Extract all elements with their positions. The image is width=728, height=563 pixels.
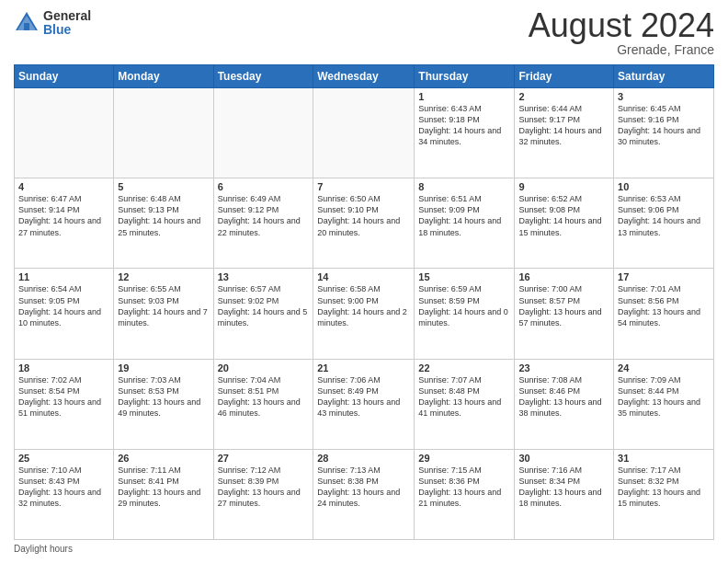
day-number: 2 bbox=[518, 91, 609, 102]
day-info: Sunrise: 7:15 AM Sunset: 8:36 PM Dayligh… bbox=[418, 465, 510, 510]
day-number: 27 bbox=[218, 453, 310, 464]
day-info: Sunrise: 6:59 AM Sunset: 8:59 PM Dayligh… bbox=[418, 283, 510, 328]
day-number: 26 bbox=[118, 453, 209, 464]
table-row: 23Sunrise: 7:08 AM Sunset: 8:46 PM Dayli… bbox=[515, 359, 614, 449]
table-row bbox=[114, 88, 213, 178]
day-info: Sunrise: 7:13 AM Sunset: 8:38 PM Dayligh… bbox=[317, 465, 410, 510]
table-row: 3Sunrise: 6:45 AM Sunset: 9:16 PM Daylig… bbox=[614, 88, 714, 178]
day-number: 30 bbox=[518, 453, 609, 464]
day-info: Sunrise: 7:01 AM Sunset: 8:56 PM Dayligh… bbox=[618, 283, 710, 328]
day-info: Sunrise: 7:02 AM Sunset: 8:54 PM Dayligh… bbox=[18, 374, 109, 419]
day-number: 4 bbox=[18, 181, 109, 192]
day-number: 29 bbox=[418, 453, 510, 464]
logo: General Blue bbox=[14, 9, 91, 38]
table-row: 9Sunrise: 6:52 AM Sunset: 9:08 PM Daylig… bbox=[515, 178, 614, 269]
day-info: Sunrise: 7:17 AM Sunset: 8:32 PM Dayligh… bbox=[618, 465, 710, 510]
table-row: 11Sunrise: 6:54 AM Sunset: 9:05 PM Dayli… bbox=[15, 269, 114, 359]
calendar-week-row: 25Sunrise: 7:10 AM Sunset: 8:43 PM Dayli… bbox=[15, 449, 714, 539]
day-info: Sunrise: 6:52 AM Sunset: 9:08 PM Dayligh… bbox=[518, 193, 609, 238]
table-row: 24Sunrise: 7:09 AM Sunset: 8:44 PM Dayli… bbox=[614, 359, 714, 449]
day-number: 24 bbox=[618, 362, 710, 373]
day-info: Sunrise: 6:49 AM Sunset: 9:12 PM Dayligh… bbox=[218, 193, 310, 238]
day-number: 17 bbox=[618, 271, 710, 282]
day-number: 31 bbox=[618, 453, 710, 464]
table-row: 2Sunrise: 6:44 AM Sunset: 9:17 PM Daylig… bbox=[515, 88, 614, 178]
header-thursday: Thursday bbox=[415, 65, 515, 88]
day-info: Sunrise: 7:06 AM Sunset: 8:49 PM Dayligh… bbox=[317, 374, 410, 419]
calendar-week-row: 4Sunrise: 6:47 AM Sunset: 9:14 PM Daylig… bbox=[15, 178, 714, 269]
day-number: 25 bbox=[18, 453, 109, 464]
table-row: 29Sunrise: 7:15 AM Sunset: 8:36 PM Dayli… bbox=[415, 449, 515, 539]
day-number: 21 bbox=[317, 362, 410, 373]
table-row: 17Sunrise: 7:01 AM Sunset: 8:56 PM Dayli… bbox=[614, 269, 714, 359]
day-info: Sunrise: 6:45 AM Sunset: 9:16 PM Dayligh… bbox=[618, 103, 710, 148]
header-friday: Friday bbox=[515, 65, 614, 88]
title-block: August 2024 Grenade, France bbox=[529, 9, 714, 57]
day-info: Sunrise: 6:48 AM Sunset: 9:13 PM Dayligh… bbox=[118, 193, 209, 238]
table-row: 4Sunrise: 6:47 AM Sunset: 9:14 PM Daylig… bbox=[15, 178, 114, 269]
day-info: Sunrise: 7:10 AM Sunset: 8:43 PM Dayligh… bbox=[18, 465, 109, 510]
day-number: 23 bbox=[518, 362, 609, 373]
location: Grenade, France bbox=[529, 42, 714, 57]
header-saturday: Saturday bbox=[614, 65, 714, 88]
day-info: Sunrise: 6:43 AM Sunset: 9:18 PM Dayligh… bbox=[418, 103, 510, 148]
day-number: 5 bbox=[118, 181, 209, 192]
day-number: 19 bbox=[118, 362, 209, 373]
day-info: Sunrise: 6:47 AM Sunset: 9:14 PM Dayligh… bbox=[18, 193, 109, 238]
table-row: 25Sunrise: 7:10 AM Sunset: 8:43 PM Dayli… bbox=[15, 449, 114, 539]
day-info: Sunrise: 7:12 AM Sunset: 8:39 PM Dayligh… bbox=[218, 465, 310, 510]
table-row bbox=[313, 88, 415, 178]
table-row: 7Sunrise: 6:50 AM Sunset: 9:10 PM Daylig… bbox=[313, 178, 415, 269]
day-info: Sunrise: 7:07 AM Sunset: 8:48 PM Dayligh… bbox=[418, 374, 510, 419]
day-number: 7 bbox=[317, 181, 410, 192]
page: General Blue August 2024 Grenade, France… bbox=[0, 0, 728, 563]
calendar-week-row: 11Sunrise: 6:54 AM Sunset: 9:05 PM Dayli… bbox=[15, 269, 714, 359]
day-info: Sunrise: 6:53 AM Sunset: 9:06 PM Dayligh… bbox=[618, 193, 710, 238]
table-row: 31Sunrise: 7:17 AM Sunset: 8:32 PM Dayli… bbox=[614, 449, 714, 539]
svg-rect-2 bbox=[24, 23, 29, 30]
table-row: 20Sunrise: 7:04 AM Sunset: 8:51 PM Dayli… bbox=[213, 359, 313, 449]
day-number: 8 bbox=[418, 181, 510, 192]
day-info: Sunrise: 7:08 AM Sunset: 8:46 PM Dayligh… bbox=[518, 374, 609, 419]
day-number: 16 bbox=[518, 271, 609, 282]
day-number: 3 bbox=[618, 91, 710, 102]
header-wednesday: Wednesday bbox=[313, 65, 415, 88]
table-row: 5Sunrise: 6:48 AM Sunset: 9:13 PM Daylig… bbox=[114, 178, 213, 269]
header-tuesday: Tuesday bbox=[213, 65, 313, 88]
table-row: 27Sunrise: 7:12 AM Sunset: 8:39 PM Dayli… bbox=[213, 449, 313, 539]
table-row: 10Sunrise: 6:53 AM Sunset: 9:06 PM Dayli… bbox=[614, 178, 714, 269]
day-number: 15 bbox=[418, 271, 510, 282]
day-info: Sunrise: 7:11 AM Sunset: 8:41 PM Dayligh… bbox=[118, 465, 209, 510]
calendar-week-row: 1Sunrise: 6:43 AM Sunset: 9:18 PM Daylig… bbox=[15, 88, 714, 178]
day-number: 11 bbox=[18, 271, 109, 282]
daylight-hours-label: Daylight hours bbox=[14, 544, 73, 554]
month-title: August 2024 bbox=[529, 9, 714, 42]
logo-text: General Blue bbox=[43, 9, 91, 38]
calendar-week-row: 18Sunrise: 7:02 AM Sunset: 8:54 PM Dayli… bbox=[15, 359, 714, 449]
logo-general-text: General bbox=[43, 9, 91, 23]
table-row bbox=[15, 88, 114, 178]
day-info: Sunrise: 6:50 AM Sunset: 9:10 PM Dayligh… bbox=[317, 193, 410, 238]
day-info: Sunrise: 6:58 AM Sunset: 9:00 PM Dayligh… bbox=[317, 283, 410, 328]
day-info: Sunrise: 6:55 AM Sunset: 9:03 PM Dayligh… bbox=[118, 283, 209, 328]
day-info: Sunrise: 7:16 AM Sunset: 8:34 PM Dayligh… bbox=[518, 465, 609, 510]
day-info: Sunrise: 6:51 AM Sunset: 9:09 PM Dayligh… bbox=[418, 193, 510, 238]
header: General Blue August 2024 Grenade, France bbox=[14, 9, 714, 57]
table-row: 13Sunrise: 6:57 AM Sunset: 9:02 PM Dayli… bbox=[213, 269, 313, 359]
table-row: 19Sunrise: 7:03 AM Sunset: 8:53 PM Dayli… bbox=[114, 359, 213, 449]
day-number: 9 bbox=[518, 181, 609, 192]
day-info: Sunrise: 7:04 AM Sunset: 8:51 PM Dayligh… bbox=[218, 374, 310, 419]
table-row: 16Sunrise: 7:00 AM Sunset: 8:57 PM Dayli… bbox=[515, 269, 614, 359]
logo-blue-text: Blue bbox=[43, 23, 91, 37]
day-number: 28 bbox=[317, 453, 410, 464]
day-number: 20 bbox=[218, 362, 310, 373]
day-info: Sunrise: 6:44 AM Sunset: 9:17 PM Dayligh… bbox=[518, 103, 609, 148]
footer-note: Daylight hours bbox=[14, 544, 714, 554]
logo-icon bbox=[14, 10, 40, 36]
day-number: 13 bbox=[218, 271, 310, 282]
table-row: 21Sunrise: 7:06 AM Sunset: 8:49 PM Dayli… bbox=[313, 359, 415, 449]
table-row: 22Sunrise: 7:07 AM Sunset: 8:48 PM Dayli… bbox=[415, 359, 515, 449]
table-row: 1Sunrise: 6:43 AM Sunset: 9:18 PM Daylig… bbox=[415, 88, 515, 178]
table-row: 15Sunrise: 6:59 AM Sunset: 8:59 PM Dayli… bbox=[415, 269, 515, 359]
day-info: Sunrise: 6:57 AM Sunset: 9:02 PM Dayligh… bbox=[218, 283, 310, 328]
